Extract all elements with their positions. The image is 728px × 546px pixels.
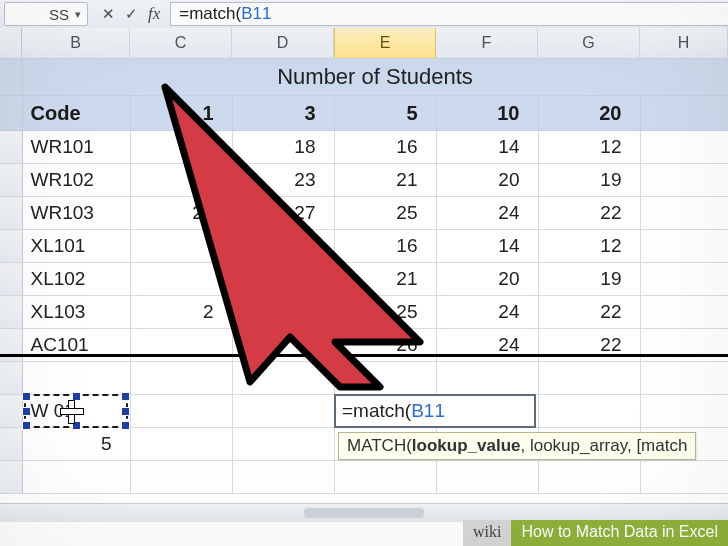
name-box[interactable]: SS ▾ [4, 2, 88, 26]
watermark-footer: wiki How to Match Data in Excel [0, 520, 728, 546]
row-header[interactable] [0, 197, 22, 230]
cell[interactable] [232, 461, 334, 494]
row-header[interactable] [0, 395, 22, 428]
cell[interactable] [130, 263, 232, 296]
cell[interactable] [22, 362, 130, 395]
cell[interactable]: 27 [232, 197, 334, 230]
cell[interactable] [640, 395, 728, 428]
cell[interactable] [130, 395, 232, 428]
cell[interactable]: 24 [436, 197, 538, 230]
cell[interactable] [130, 230, 232, 263]
row-header[interactable] [0, 428, 22, 461]
cell[interactable]: 21 [334, 164, 436, 197]
cell[interactable] [232, 263, 334, 296]
row-header[interactable] [0, 59, 22, 96]
column-header-D[interactable]: D [232, 28, 334, 58]
cell[interactable]: 23 [232, 164, 334, 197]
name-box-dropdown-icon[interactable]: ▾ [75, 8, 81, 21]
cell[interactable] [640, 263, 728, 296]
cell[interactable]: 18 [232, 131, 334, 164]
cell[interactable]: 21 [334, 263, 436, 296]
cell[interactable]: 22 [538, 296, 640, 329]
row-header[interactable] [0, 296, 22, 329]
cell[interactable] [334, 362, 436, 395]
cell[interactable]: WR102 [22, 164, 130, 197]
cell[interactable] [538, 395, 640, 428]
cell[interactable]: 25 [334, 296, 436, 329]
cell[interactable]: 20 [436, 164, 538, 197]
cell[interactable] [436, 362, 538, 395]
cell[interactable] [640, 230, 728, 263]
cell[interactable] [130, 362, 232, 395]
cell[interactable]: 12 [538, 230, 640, 263]
cell[interactable]: 16 [334, 131, 436, 164]
cell[interactable]: 24 [436, 296, 538, 329]
row-header[interactable] [0, 263, 22, 296]
cell[interactable] [538, 362, 640, 395]
row-header[interactable] [0, 96, 22, 131]
cell[interactable]: 22 [538, 197, 640, 230]
header-bucket: 1 [130, 96, 232, 131]
select-all-corner[interactable] [0, 28, 22, 58]
cell[interactable] [640, 131, 728, 164]
column-header-E[interactable]: E [334, 28, 436, 58]
cell[interactable] [640, 362, 728, 395]
cell[interactable] [334, 461, 436, 494]
cancel-icon[interactable]: ✕ [102, 5, 115, 23]
name-box-value: SS [49, 6, 69, 23]
cell[interactable]: XL101 [22, 230, 130, 263]
cell[interactable]: 14 [436, 230, 538, 263]
cell[interactable] [538, 461, 640, 494]
row-header[interactable] [0, 230, 22, 263]
active-cell-E11[interactable]: =match(B11 [334, 394, 536, 428]
cell[interactable] [232, 428, 334, 461]
confirm-icon[interactable]: ✓ [125, 5, 138, 23]
cell[interactable] [640, 164, 728, 197]
row-header[interactable] [0, 131, 22, 164]
cell[interactable]: 25 [130, 164, 232, 197]
column-header-C[interactable]: C [130, 28, 232, 58]
table-row: WR102 25 23 21 20 19 [0, 164, 728, 197]
cell[interactable] [640, 461, 728, 494]
cell[interactable]: WR101 [22, 131, 130, 164]
cell[interactable] [232, 395, 334, 428]
cell[interactable] [640, 296, 728, 329]
cell[interactable]: 14 [436, 131, 538, 164]
table-title: Number of Students [22, 59, 728, 96]
cell[interactable] [130, 461, 232, 494]
function-tooltip: MATCH(lookup_value, lookup_array, [match [338, 432, 696, 460]
cell[interactable] [436, 461, 538, 494]
column-header-B[interactable]: B [22, 28, 130, 58]
cell[interactable]: XL103 [22, 296, 130, 329]
cell[interactable]: 28 [130, 197, 232, 230]
cell[interactable]: 16 [334, 230, 436, 263]
cell[interactable] [232, 362, 334, 395]
formula-input[interactable]: =match(B11 [170, 2, 728, 26]
cell[interactable]: WR103 [22, 197, 130, 230]
cell[interactable] [22, 461, 130, 494]
table-title-row: Number of Students [0, 59, 728, 96]
scrollbar-thumb[interactable] [304, 508, 424, 518]
cell[interactable]: 19 [538, 263, 640, 296]
row-header[interactable] [0, 362, 22, 395]
fx-icon[interactable]: fx [148, 4, 160, 24]
tooltip-fn: MATCH( [347, 436, 412, 455]
cell[interactable]: 8 [232, 230, 334, 263]
cell[interactable] [130, 428, 232, 461]
column-header-F[interactable]: F [436, 28, 538, 58]
row-header[interactable] [0, 461, 22, 494]
cell[interactable] [640, 197, 728, 230]
column-header-H[interactable]: H [640, 28, 728, 58]
cell[interactable] [640, 96, 728, 131]
cell[interactable] [232, 296, 334, 329]
cell[interactable]: 19 [538, 164, 640, 197]
cell[interactable]: 12 [538, 131, 640, 164]
cell-B12[interactable]: 5 [22, 428, 130, 461]
cell[interactable]: XL102 [22, 263, 130, 296]
cell[interactable]: 25 [334, 197, 436, 230]
column-header-G[interactable]: G [538, 28, 640, 58]
cell[interactable]: 20 [436, 263, 538, 296]
cell[interactable]: 2 [130, 296, 232, 329]
cell[interactable]: 20 [130, 131, 232, 164]
row-header[interactable] [0, 164, 22, 197]
